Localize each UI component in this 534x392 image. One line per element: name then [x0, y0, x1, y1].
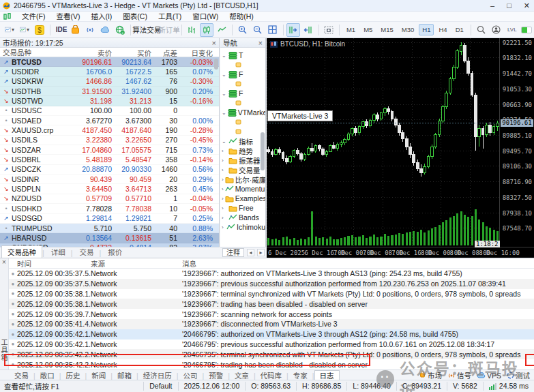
timeframe-button-M15[interactable]: M15 — [377, 24, 396, 35]
market-watch-row[interactable]: ↗USDCZK20.8887020.9033014600.56% — [0, 165, 219, 175]
market-watch-row[interactable]: ↘USDTHB31.9150031.924009000.20% — [0, 87, 219, 96]
market-watch-row[interactable]: ↗BTCUSD90196.6190213.641703-0.03% — [0, 57, 219, 67]
chevron-icon[interactable]: › — [222, 177, 224, 183]
signals-button[interactable] — [83, 23, 97, 37]
journal-row[interactable]: ●2025.12.09 00:35:38.1...Network'1923966… — [9, 289, 534, 299]
navigator-item[interactable] — [220, 60, 265, 70]
market-watch-tab-2[interactable]: 交易 — [74, 246, 99, 258]
close-button[interactable]: ✕ — [524, 0, 530, 12]
column-header-4[interactable]: 日变化 — [177, 48, 216, 57]
market-watch-row[interactable]: ↗HBARUSD0.135640.13615512.63% — [0, 233, 219, 243]
market-watch-row[interactable]: •USDAED3.672703.67300300.00% — [0, 116, 219, 125]
ide-button[interactable]: IDE — [53, 23, 67, 37]
toolbox-tab-新闻[interactable]: 新闻 — [87, 370, 110, 380]
menu-item-帮助(H)[interactable]: 帮助(H) — [224, 12, 259, 22]
market-watch-row[interactable]: ↘USDINR90.43990.459200.29% — [0, 175, 219, 184]
navigator-item[interactable] — [220, 98, 265, 108]
navigator-scrollbar[interactable] — [261, 132, 265, 170]
market-watch-column-headers[interactable]: 交易品种卖价买价点差日变化 — [0, 48, 219, 57]
navigator-item[interactable] — [220, 79, 265, 89]
community-button[interactable]: + — [113, 23, 127, 37]
toolbox-tab-敞口[interactable]: 敞口 — [35, 370, 59, 380]
navigator-item[interactable]: ›交易量 — [220, 165, 265, 175]
new-order-button[interactable]: 新订单 — [158, 23, 177, 37]
menu-item-插入(I)[interactable]: 插入(I) — [85, 12, 117, 22]
toolbox-tab-预警[interactable]: 预警 — [204, 370, 228, 380]
menu-item-文件(F)[interactable]: 文件(F) — [16, 12, 50, 22]
timeframe-button-M1[interactable]: M1 — [343, 24, 359, 35]
timeframe-button-D1[interactable]: D1 — [452, 24, 467, 35]
tile-windows-button[interactable] — [266, 23, 280, 37]
journal-row[interactable]: ●2025.12.09 00:35:42.1...Network'2046679… — [9, 329, 534, 340]
chevron-icon[interactable]: ⌄ — [222, 91, 227, 97]
navigator-close-icon[interactable]: × — [258, 39, 263, 47]
navigator-item[interactable]: ›比尔·威廉姆斯 — [220, 175, 265, 184]
market-watch-tab-1[interactable]: 详细 — [46, 246, 71, 258]
tool-信号[interactable]: 信号 — [447, 370, 471, 380]
navigator-item[interactable]: ›振荡器 — [220, 155, 265, 165]
toolbox-tab-代码库[interactable]: 代码库 — [256, 370, 287, 380]
timeframe-button-H1[interactable]: H1 — [419, 24, 434, 35]
toolbox-tab-邮箱[interactable]: 邮箱 — [113, 370, 136, 380]
menu-item-工具(T)[interactable]: 工具(T) — [153, 12, 187, 22]
market-watch-row[interactable]: ↘USDZAR17.0486017.055757150.73% — [0, 145, 219, 155]
bar-chart-mode-button[interactable] — [185, 23, 198, 37]
market-watch-row[interactable]: ↘XAUUSD.crp4187.4504187.640190-0.28% — [0, 125, 219, 135]
time-axis[interactable]: 6 Dec 20256 Dec 16:007 Dec 00:007 Dec 08… — [267, 247, 534, 258]
market-bag-button[interactable] — [68, 23, 82, 37]
chevron-icon[interactable]: › — [222, 167, 227, 173]
menu-item-查看(V)[interactable]: 查看(V) — [50, 12, 85, 22]
navigator-item[interactable]: ›Examples — [220, 194, 265, 203]
chevron-icon[interactable]: › — [222, 148, 227, 154]
journal-row[interactable]: ●2025.12.09 00:35:38.1...Network'1923966… — [9, 299, 534, 309]
zoom-in-button[interactable] — [236, 23, 250, 37]
lvl-button[interactable]: LVL — [504, 23, 518, 37]
market-watch-row[interactable]: ↘USDBRL5.481895.48547358-0.14% — [0, 155, 219, 164]
journal-row[interactable]: ●2025.12.09 00:35:37.5...Network'1923966… — [9, 279, 534, 289]
chevron-icon[interactable]: ⌄ — [222, 52, 227, 59]
journal-row[interactable]: ●2025.12.09 00:35:42.1...Network'2046679… — [9, 340, 534, 350]
chevron-icon[interactable]: ⌄ — [222, 110, 226, 116]
navigator-item[interactable]: ›Free — [220, 203, 265, 213]
column-header-0[interactable]: 交易品种 — [0, 48, 76, 57]
journal-row[interactable]: ●2025.12.09 00:35:37.5...Network'1923966… — [9, 269, 534, 279]
market-watch-close-icon[interactable]: × — [212, 39, 216, 47]
journal-column-2[interactable]: 消息 — [182, 258, 534, 269]
market-watch-row[interactable]: •USDUSC100.00100.000 — [0, 106, 219, 116]
market-watch-row[interactable]: ↗USDIDR16706.016722.51650.07% — [0, 67, 219, 76]
column-header-1[interactable]: 卖价 — [76, 48, 112, 57]
market-watch-row[interactable]: ↘USDPLN3.644503.647132630.45% — [0, 184, 219, 194]
toolbox-tab-日志[interactable]: 日志 — [314, 370, 340, 380]
screenshot-button[interactable] — [322, 23, 336, 37]
journal-row[interactable]: ●2025.12.09 00:35:42.2...Network'2046679… — [9, 349, 534, 359]
chevron-icon[interactable]: ⌄ — [222, 72, 227, 78]
algo-trading-button[interactable]: 算法交易 — [134, 23, 157, 37]
tool-测试[interactable]: 测试 — [507, 370, 530, 380]
navigator-item[interactable]: ⌄T — [220, 50, 265, 60]
chevron-icon[interactable]: › — [222, 196, 224, 202]
market-watch-row[interactable]: ↗USDSGD1.298141.2982170.25% — [0, 214, 219, 224]
standard-toolbar-button[interactable]: ▾ — [3, 23, 16, 37]
candlestick-chart[interactable] — [267, 38, 499, 247]
market-watch-tab-0[interactable]: 交易品种 — [1, 245, 42, 258]
timeframe-button-M5[interactable]: M5 — [360, 24, 376, 35]
navigator-item[interactable]: ›Bands — [220, 213, 265, 222]
market-watch-row[interactable]: •TRUMPUSD5.7105.750400.88% — [0, 224, 219, 233]
minimize-button[interactable]: – — [490, 0, 494, 12]
journal-column-0[interactable]: 时间 — [17, 258, 91, 269]
deposit-button[interactable]: $ — [33, 23, 46, 37]
column-header-3[interactable]: 点差 — [151, 48, 177, 57]
navigator-item[interactable]: ⌄VTMarkets-Live 3 — [220, 108, 265, 117]
vps-cloud-button[interactable] — [98, 23, 112, 37]
line-chart-mode-button[interactable] — [215, 23, 228, 37]
profile-button[interactable] — [489, 23, 503, 37]
candle-chart-mode-button[interactable] — [200, 23, 213, 37]
toolbox-tab-文章[interactable]: 文章 — [230, 370, 254, 380]
toolbox-tab-历史[interactable]: 历史 — [61, 370, 85, 380]
zoom-out-button[interactable] — [251, 23, 265, 37]
toolbox-tab-经济日历[interactable]: 经济日历 — [138, 370, 177, 380]
market-watch-row[interactable]: ↘USDTWD31.19831.21315-0.16% — [0, 96, 219, 106]
search-button[interactable] — [474, 23, 488, 37]
navigator-item[interactable]: ⌄F — [220, 89, 265, 98]
chevron-icon[interactable]: › — [222, 224, 225, 230]
